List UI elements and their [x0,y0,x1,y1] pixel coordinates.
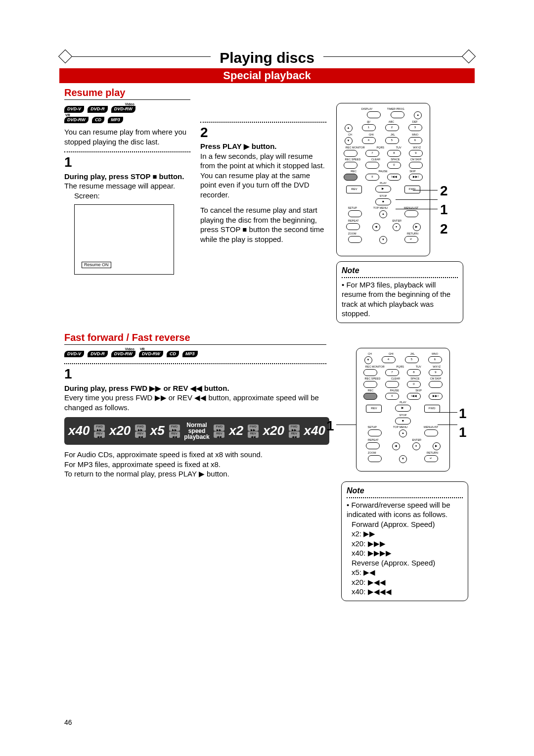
callout: 1 [440,201,465,219]
callout-left: 1 [326,417,334,435]
note-label: Note [342,266,458,276]
resume-on-label: Resume ON [82,262,111,269]
disc-badges: DVD-V DVD-R VideoDVD-RW VRDVD-RW CD MP3 [64,103,190,124]
disc-badge: VRDVD-RW [139,351,163,358]
step-number: 1 [64,365,331,383]
step1-body: The resume message will appear. [64,181,190,191]
note-label: Note [347,486,463,496]
screen-mock: Resume ON [74,204,174,275]
callout: 2 [440,220,465,238]
note-bullet: • Forward/reverse speed will be indicate… [347,500,463,520]
note-fwd-speed: x2: ▶▶ [352,529,463,539]
step2-heading: Press PLAY ▶ button. [200,142,326,151]
step1-body-ff: Every time you press FWD ▶▶ or REV ◀◀ bu… [64,393,331,412]
step1-heading: During play, press STOP ■ button. [64,172,190,182]
remote-diagram: DISPLAYTIMER PROG. ▲ @/ABCDEF ▲123 CHGHI… [336,103,430,256]
section-heading-resume: Resume play [64,87,190,100]
disc-badge: DVD-V [64,351,84,358]
callout: 1 [459,424,470,441]
section-subtitle-bar: Special playback [59,68,475,83]
note-body: • For MP3 files, playback will resume fr… [342,280,458,319]
note-box-ff: Note • Forward/reverse speed will be ind… [341,481,468,601]
remote-diagram: CHGHIJKLMNO ▼456 REC MONITORPQRSTUVWXYZ … [356,348,450,472]
disc-badge: MP3 [108,117,123,124]
step-number: 2 [200,124,326,142]
callout: 2 [440,182,465,200]
note-rev-speed: x40: ▶◀◀◀ [352,587,463,597]
callout: 1 [459,405,470,423]
note-rev-speed: x20: ▶◀◀ [352,577,463,587]
note-box: Note • For MP3 files, playback will resu… [336,261,463,323]
note-fwd-speed: x40: ▶▶▶▶ [352,548,463,558]
disc-badge: CD [92,117,104,124]
after-text-1: For Audio CDs, approximate speed is fixe… [64,450,331,460]
intro-text: You can resume play from where you stopp… [64,127,190,146]
disc-badge: VideoDVD-RW [111,351,135,358]
screen-label: Screen: [74,191,190,201]
disc-badge: DVD-V [64,106,84,113]
chapter-title-banner: Playing discs [64,49,470,66]
step2-body1: In a few seconds, play will resume from … [200,151,326,200]
disc-badge: DVD-R [88,106,108,113]
disc-badge: VideoDVD-RW [111,106,135,113]
after-text-2: For MP3 files, approximate speed is fixe… [64,460,331,470]
speed-diagram: x40 FWD▶▶REV◀◀ x20 FWD▶▶REV◀◀ x5 FWD▶▶RE… [64,417,329,445]
note-rev-label: Reverse (Approx. Speed) [352,558,463,568]
step1-heading-ff: During play, press FWD ▶▶ or REV ◀◀ butt… [64,383,331,393]
disc-badge: MP3 [182,351,198,358]
disc-badges: DVD-V DVD-R VideoDVD-RW VRDVD-RW CD MP3 [64,348,331,359]
after-text-3: To return to the normal play, press PLAY… [64,469,331,479]
step-number: 1 [64,153,190,171]
disc-badge: VRDVD-RW [64,117,89,124]
page-number: 46 [64,718,72,726]
step2-body2: To cancel the resume play and start play… [200,205,326,244]
chapter-title: Playing discs [211,49,323,66]
disc-badge: CD [167,351,179,358]
note-fwd-speed: x20: ▶▶▶ [352,539,463,549]
disc-badge: DVD-R [88,351,108,358]
section-heading-ffrv: Fast forward / Fast reverse [64,332,326,345]
note-rev-speed: x5: ▶◀ [352,567,463,577]
note-fwd-label: Forward (Approx. Speed) [352,520,463,529]
